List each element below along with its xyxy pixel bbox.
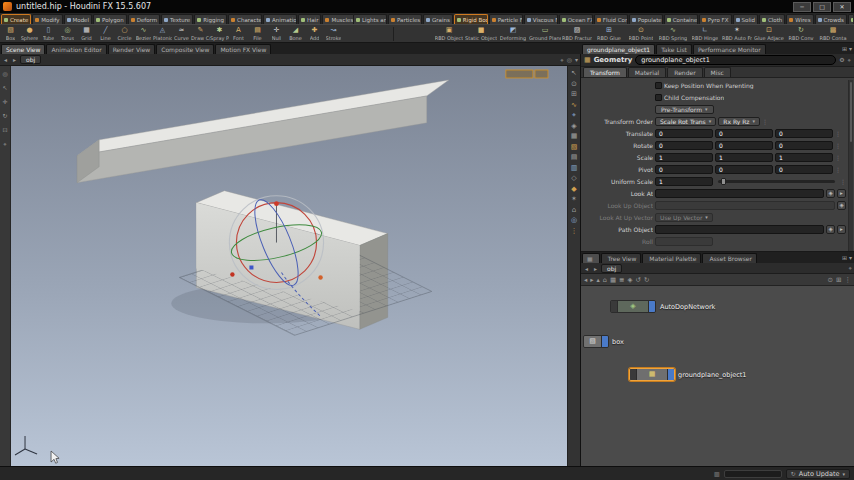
- shaded-icon[interactable]: ◆: [571, 185, 576, 193]
- back-icon[interactable]: ◂: [2, 56, 9, 63]
- shelf-tool[interactable]: ▩ RBD Conta: [817, 26, 849, 41]
- select-mode-icon[interactable]: ↖: [571, 69, 577, 77]
- shelf-tab[interactable]: Rigging: [194, 14, 227, 24]
- parameter-tab[interactable]: Material: [628, 67, 666, 77]
- parameter-tab[interactable]: Transform: [583, 67, 627, 77]
- shelf-tab[interactable]: Fluid Containers: [594, 14, 628, 24]
- pane-tab[interactable]: Motion FX View: [215, 44, 271, 54]
- view-menu-icon[interactable]: ▾: [575, 55, 578, 65]
- shelf-tab[interactable]: Particles: [388, 14, 422, 24]
- viewport-path-chip[interactable]: obj: [20, 55, 41, 64]
- pane-tab[interactable]: Performance Monitor: [693, 44, 766, 54]
- net-back-icon[interactable]: ◂: [584, 275, 587, 285]
- ladder-icon[interactable]: ⋮: [835, 141, 841, 150]
- net-frame-icon[interactable]: ⊞: [836, 275, 841, 285]
- child-compensation-checkbox[interactable]: [655, 94, 662, 101]
- shelf-tab[interactable]: Cloth: [759, 14, 785, 24]
- grid-toggle-icon[interactable]: ⌂: [572, 206, 576, 214]
- translate-y-field[interactable]: 0: [715, 129, 773, 138]
- rotate-z-field[interactable]: 0: [775, 141, 833, 150]
- shelf-tab[interactable]: Lights and Cameras: [353, 14, 387, 24]
- shelf-tool[interactable]: ∟ RBD Hinge: [689, 26, 721, 41]
- shelf-tool[interactable]: ◩ Deforming: [497, 26, 529, 41]
- pane-tab[interactable]: ▦: [582, 253, 600, 263]
- scale-x-field[interactable]: 1: [655, 153, 713, 162]
- net-undo-icon[interactable]: ↺: [636, 275, 641, 285]
- shelf-tool[interactable]: ⊙ RBD Point: [625, 26, 657, 41]
- shelf-tool[interactable]: ⊞ RBD Glue: [593, 26, 625, 41]
- maximize-button[interactable]: □: [813, 2, 831, 12]
- slider-handle[interactable]: [721, 178, 726, 185]
- display-options-icon[interactable]: ▥: [571, 164, 578, 172]
- snapping-icon[interactable]: ⌖: [572, 111, 576, 119]
- node-groundplane-object1[interactable]: ▦: [629, 368, 675, 381]
- minimize-button[interactable]: ─: [793, 2, 811, 12]
- pane-split-icon[interactable]: ⊞: [842, 253, 847, 263]
- pane-menu-icon[interactable]: ▾: [849, 253, 852, 263]
- shelf-tool[interactable]: ◎ Torus: [58, 26, 77, 41]
- quickplane-icon[interactable]: ▤: [571, 153, 578, 161]
- node-autodopnetwork[interactable]: ◈: [610, 300, 656, 313]
- shelf-tool[interactable]: ▤ File: [248, 26, 267, 41]
- pane-split-icon[interactable]: ⊞: [842, 44, 847, 54]
- pin-icon[interactable]: ⌖: [848, 55, 851, 65]
- scene-viewport-svg[interactable]: [11, 66, 567, 466]
- net-up-icon[interactable]: ▴: [597, 275, 600, 285]
- shelf-tab[interactable]: Pyro FX: [699, 14, 732, 24]
- shelf-tool[interactable]: ○ Circle: [115, 26, 134, 41]
- lasso-select-icon[interactable]: ∿: [571, 101, 577, 109]
- shelf-tab[interactable]: Drive Simulation: [848, 14, 853, 24]
- forward-icon[interactable]: ▸: [592, 265, 599, 272]
- pin-view-icon[interactable]: ⌖: [560, 55, 563, 65]
- reference-plane-icon[interactable]: ▧: [571, 143, 578, 151]
- select-tool-icon[interactable]: ↖: [2, 83, 7, 93]
- shelf-tab[interactable]: Container Tools: [664, 14, 698, 24]
- pin-icon[interactable]: ⌖: [849, 263, 852, 273]
- gizmo-handle-top[interactable]: [274, 201, 279, 206]
- net-menu-icon[interactable]: ⋮: [845, 275, 852, 285]
- construction-plane-icon[interactable]: ▦: [571, 132, 578, 140]
- pane-tab[interactable]: groundplane_object1: [582, 44, 655, 54]
- parameter-scrollbar[interactable]: [848, 80, 853, 251]
- camera-icon[interactable]: ◎: [571, 216, 577, 224]
- scene-canvas[interactable]: [11, 66, 567, 466]
- shelf-tool[interactable]: ✚ Add: [305, 26, 324, 41]
- shelf-tab[interactable]: Wires: [786, 14, 813, 24]
- parameter-tab[interactable]: Render: [667, 67, 702, 77]
- translate-z-field[interactable]: 0: [775, 129, 833, 138]
- pane-tab[interactable]: Scene View: [1, 44, 45, 54]
- handles-tool-icon[interactable]: ⌖: [3, 139, 6, 149]
- pivot-z-field[interactable]: 0: [775, 165, 833, 174]
- net-redo-icon[interactable]: ↻: [644, 275, 649, 285]
- link-view-icon[interactable]: ◎: [567, 55, 572, 65]
- shelf-tool[interactable]: ▨ RBD Fractur: [561, 26, 593, 41]
- pane-tab[interactable]: Animation Editor: [46, 44, 106, 54]
- shelf-tool[interactable]: ≈ Curve: [172, 26, 191, 41]
- shelf-tool[interactable]: ⊡ Glue Adjace: [753, 26, 785, 41]
- path-object-field[interactable]: [655, 225, 824, 234]
- shelf-tab[interactable]: Create: [1, 14, 31, 24]
- shelf-tool[interactable]: ● Sphere: [20, 26, 39, 41]
- pane-tab[interactable]: Asset Browser: [702, 253, 757, 263]
- ladder-icon[interactable]: ⋮: [835, 129, 841, 138]
- pane-tab[interactable]: Take List: [656, 44, 692, 54]
- pane-tab[interactable]: Material Palette: [642, 253, 701, 263]
- gear-icon[interactable]: ⚙: [839, 55, 844, 65]
- shelf-tool[interactable]: ↝ Stroke: [324, 26, 343, 41]
- shelf-tab[interactable]: Model: [64, 14, 93, 24]
- scale-y-field[interactable]: 1: [715, 153, 773, 162]
- group-select-icon[interactable]: ⊞: [571, 90, 577, 98]
- shelf-tool[interactable]: ∿ RBD Spring: [657, 26, 689, 41]
- shelf-tool[interactable]: ▭ Ground Plane: [529, 26, 561, 41]
- net-forward-icon[interactable]: ▸: [590, 275, 593, 285]
- parameter-tab[interactable]: Misc: [704, 67, 731, 77]
- ladder-icon[interactable]: ⋮: [762, 117, 768, 126]
- shelf-tool[interactable]: A Font: [229, 26, 248, 41]
- pivot-y-field[interactable]: 0: [715, 165, 773, 174]
- display-flag[interactable]: [667, 369, 674, 380]
- shelf-tool[interactable]: ╱ Line: [96, 26, 115, 41]
- node-box[interactable]: ▧: [583, 335, 609, 348]
- shelf-tab[interactable]: Character: [228, 14, 262, 24]
- shelf-tool[interactable]: ✶ RBD Auto Fr: [721, 26, 753, 41]
- look-at-field[interactable]: [655, 189, 824, 198]
